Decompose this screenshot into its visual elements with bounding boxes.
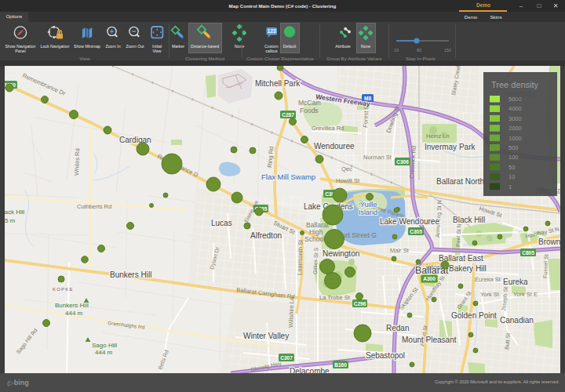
- svg-text:50: 50: [508, 164, 515, 171]
- svg-text:Ballarat North: Ballarat North: [436, 177, 484, 186]
- svg-text:Newington: Newington: [323, 249, 359, 258]
- svg-text:C287: C287: [282, 112, 294, 118]
- svg-text:McCain: McCain: [298, 99, 321, 107]
- svg-text:C307: C307: [280, 355, 293, 361]
- svg-text:Qec: Qec: [341, 165, 352, 172]
- svg-text:Whites Rd: Whites Rd: [73, 148, 81, 176]
- svg-text:500: 500: [508, 144, 519, 151]
- svg-text:Brown: Brown: [538, 238, 560, 246]
- svg-text:150: 150: [444, 48, 451, 53]
- svg-text:Grevillea Rd: Grevillea Rd: [312, 125, 344, 132]
- svg-text:urt Street G: urt Street G: [342, 231, 377, 239]
- svg-text:Bunkers Hill: Bunkers Hill: [55, 302, 89, 309]
- svg-text:C305: C305: [410, 229, 422, 234]
- svg-text:Cardigan: Cardigan: [119, 136, 151, 144]
- svg-text:Lake Wendouree: Lake Wendouree: [380, 217, 439, 226]
- svg-text:Winter Valley: Winter Valley: [243, 332, 289, 340]
- svg-text:Island: Island: [359, 209, 377, 216]
- svg-text:Eureka: Eureka: [503, 278, 528, 286]
- svg-text:1000: 1000: [508, 135, 522, 142]
- svg-text:School: School: [304, 235, 325, 243]
- svg-text:Cuthberts Rd: Cuthberts Rd: [77, 203, 111, 210]
- svg-text:Black Hill: Black Hill: [453, 216, 485, 224]
- svg-text:Golden Point: Golden Point: [451, 311, 497, 320]
- svg-text:Wendouree: Wendouree: [314, 142, 355, 151]
- svg-text:Redan: Redan: [386, 324, 409, 332]
- svg-text:Flax Mill Swamp: Flax Mill Swamp: [261, 172, 315, 181]
- svg-text:Black Hill: Black Hill: [5, 209, 25, 216]
- svg-text:Yuille: Yuille: [360, 201, 377, 209]
- svg-text:Mitchell Park: Mitchell Park: [255, 79, 301, 88]
- svg-text:Learmonth St: Learmonth St: [296, 239, 304, 275]
- svg-text:Sago Hill: Sago Hill: [92, 342, 117, 349]
- svg-text:B160: B160: [334, 362, 347, 368]
- svg-text:York St E: York St E: [513, 291, 538, 298]
- svg-text:Mair St: Mair St: [390, 247, 410, 254]
- svg-text:C296: C296: [354, 301, 366, 307]
- svg-text:3000: 3000: [508, 115, 522, 122]
- svg-text:Gillies St S: Gillies St S: [312, 247, 319, 274]
- svg-text:Howitt St: Howitt St: [336, 177, 360, 184]
- svg-text:A300: A300: [423, 276, 436, 281]
- svg-text:444 m: 444 m: [95, 349, 113, 356]
- svg-text:Canadian: Canadian: [500, 316, 534, 325]
- svg-text:Wiltshire Ln: Wiltshire Ln: [287, 297, 295, 328]
- svg-text:La Trobe St: La Trobe St: [319, 294, 351, 301]
- svg-text:Lucas: Lucas: [211, 219, 232, 227]
- svg-text:2000: 2000: [508, 125, 522, 132]
- svg-text:C306: C306: [396, 159, 409, 165]
- svg-text:York St: York St: [480, 291, 500, 298]
- svg-text:405 m: 405 m: [5, 217, 16, 224]
- svg-text:Invermay Park: Invermay Park: [425, 143, 476, 151]
- svg-text:10: 10: [394, 48, 399, 53]
- svg-text:Tree density: Tree density: [491, 80, 539, 89]
- svg-text:123: 123: [268, 28, 277, 34]
- svg-text:1: 1: [508, 183, 512, 191]
- svg-text:Alfredton: Alfredton: [250, 231, 282, 240]
- svg-text:100: 100: [508, 154, 519, 161]
- svg-text:Mount Pleasant: Mount Pleasant: [402, 336, 457, 344]
- svg-text:Heinz Ln: Heinz Ln: [426, 132, 450, 140]
- svg-text:80: 80: [417, 48, 421, 53]
- svg-text:C805: C805: [522, 250, 534, 256]
- svg-text:Bunkers Hill: Bunkers Hill: [110, 270, 151, 279]
- svg-text:KOPKE: KOPKE: [53, 287, 74, 292]
- svg-text:Delacombe: Delacombe: [290, 367, 330, 373]
- svg-text:10: 10: [508, 173, 515, 180]
- svg-text:4000: 4000: [508, 105, 522, 112]
- svg-text:Norman St: Norman St: [363, 154, 392, 161]
- svg-text:Bakery Hill: Bakery Hill: [449, 264, 487, 273]
- svg-text:Foods: Foods: [300, 107, 319, 114]
- svg-text:Sebastopol: Sebastopol: [366, 351, 405, 360]
- svg-text:5000: 5000: [508, 96, 522, 103]
- svg-text:444 m: 444 m: [65, 310, 83, 317]
- svg-text:Eureka St: Eureka St: [475, 276, 501, 283]
